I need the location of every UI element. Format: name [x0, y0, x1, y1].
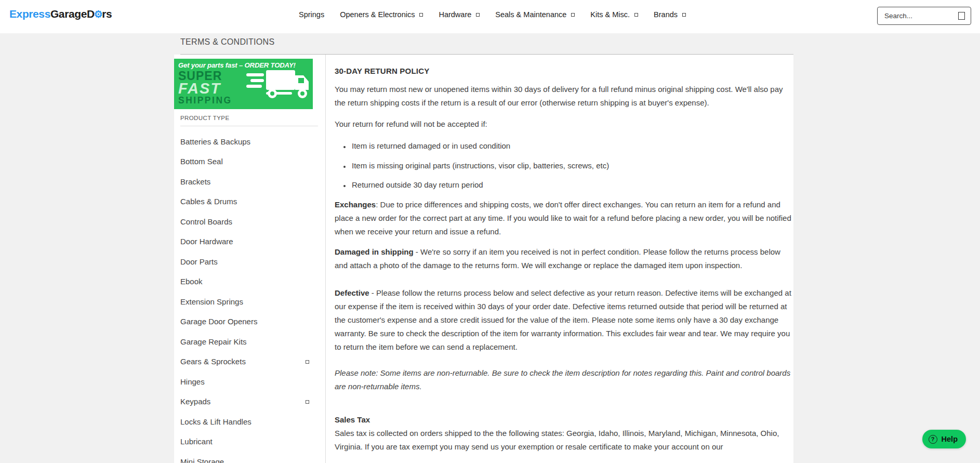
expand-icon[interactable] [306, 360, 309, 364]
sidebar-item-label: Gears & Sprockets [180, 357, 246, 366]
sidebar-item-cables-drums[interactable]: Cables & Drums [174, 192, 325, 212]
sidebar-item-label: Hinges [180, 377, 205, 386]
policy-content: 30-DAY RETURN POLICY You may return most… [326, 55, 793, 463]
sidebar-item-label: Door Hardware [180, 237, 233, 246]
logo-text-garaged: GarageD [50, 8, 95, 20]
product-type-label: PRODUCT TYPE [180, 115, 319, 121]
sidebar-item-door-hardware[interactable]: Door Hardware [174, 232, 325, 252]
nav-item-openers-electronics[interactable]: Openers & Electronics [340, 10, 423, 19]
dropdown-indicator-icon [419, 13, 423, 17]
sidebar-item-keypads[interactable]: Keypads [174, 392, 325, 412]
content-panel: Get your parts fast – ORDER TODAY! SUPER… [174, 55, 793, 463]
nav-item-kits-misc[interactable]: Kits & Misc. [590, 10, 638, 19]
page-title: TERMS & CONDITIONS [180, 37, 274, 47]
fast-shipping-banner: Get your parts fast – ORDER TODAY! SUPER… [174, 59, 313, 109]
sales-tax-heading: Sales Tax [335, 413, 791, 427]
help-button[interactable]: ? Help [922, 430, 966, 448]
sidebar-item-label: Door Parts [180, 257, 218, 266]
sales-tax-text: Sales tax is collected on orders shipped… [335, 429, 779, 451]
sidebar-item-door-parts[interactable]: Door Parts [174, 252, 325, 272]
refusal-item: Item is returned damaged or in used cond… [351, 139, 791, 153]
damaged-paragraph: Damaged in shipping - We're so sorry if … [335, 245, 791, 272]
sidebar-item-label: Locks & Lift Handles [180, 417, 251, 426]
help-button-label: Help [942, 435, 958, 443]
nav-label: Seals & Maintenance [495, 10, 566, 19]
sidebar-item-label: Cables & Drums [180, 197, 237, 206]
sidebar-item-label: Lubricant [180, 437, 213, 446]
sidebar-item-extension-springs[interactable]: Extension Springs [174, 292, 325, 312]
sidebar-item-label: Mini Storage [180, 457, 224, 463]
nav-label: Openers & Electronics [340, 10, 415, 19]
exchanges-lead: Exchanges [335, 200, 376, 209]
policy-intro-paragraph: You may return most new or unopened item… [335, 83, 791, 110]
nav-item-brands[interactable]: Brands [654, 10, 686, 19]
dropdown-indicator-icon [682, 13, 686, 17]
damaged-lead: Damaged in shipping [335, 247, 414, 256]
separator: - [369, 288, 376, 297]
search-icon[interactable] [958, 12, 965, 20]
sidebar: Get your parts fast – ORDER TODAY! SUPER… [174, 55, 326, 463]
dropdown-indicator-icon [634, 13, 638, 17]
nav-label: Brands [654, 10, 678, 19]
sidebar-item-label: Extension Springs [180, 297, 243, 306]
nav-item-springs[interactable]: Springs [299, 10, 324, 19]
nav-item-hardware[interactable]: Hardware [439, 10, 480, 19]
logo-text-rs: rs [102, 8, 112, 20]
sidebar-item-ebook[interactable]: Ebook [174, 272, 325, 292]
refusal-item: Item is missing original parts (instruct… [351, 159, 791, 173]
refusal-item: Returned outside 30 day return period [351, 178, 791, 192]
defective-paragraph: Defective - Please follow the returns pr… [335, 286, 791, 354]
main-nav: Springs Openers & Electronics Hardware S… [299, 0, 686, 29]
refusal-list: Item is returned damaged or in used cond… [335, 139, 791, 192]
logo-text-express: Express [9, 8, 50, 20]
product-type-list: Batteries & Backups Bottom Seal Brackets… [174, 131, 325, 463]
sidebar-item-garage-repair-kits[interactable]: Garage Repair Kits [174, 332, 325, 352]
search-input[interactable] [883, 11, 958, 20]
sidebar-item-label: Ebook [180, 277, 203, 286]
site-logo[interactable]: ExpressGarageD⚙rs [9, 7, 112, 21]
banner-tagline: Get your parts fast – ORDER TODAY! [178, 61, 309, 69]
defective-lead: Defective [335, 288, 369, 297]
sales-tax-paragraph: Sales TaxSales tax is collected on order… [335, 413, 791, 454]
sidebar-item-batteries-backups[interactable]: Batteries & Backups [174, 131, 325, 152]
sidebar-item-lubricant[interactable]: Lubricant [174, 432, 325, 452]
sidebar-item-gears-sprockets[interactable]: Gears & Sprockets [174, 352, 325, 372]
delivery-truck-icon [245, 69, 312, 99]
sidebar-item-label: Bottom Seal [180, 157, 223, 166]
sidebar-item-label: Garage Repair Kits [180, 337, 247, 346]
defective-text: Please follow the returns process below … [335, 288, 791, 351]
exchanges-text: Due to price differences and shipping co… [335, 200, 791, 236]
dropdown-indicator-icon [476, 13, 480, 17]
nav-label: Springs [299, 10, 324, 19]
nav-item-seals-maintenance[interactable]: Seals & Maintenance [495, 10, 575, 19]
sidebar-item-locks-lift-handles[interactable]: Locks & Lift Handles [174, 412, 325, 432]
sidebar-item-brackets[interactable]: Brackets [174, 171, 325, 192]
gear-icon: ⚙ [94, 9, 103, 19]
search-box [877, 7, 971, 25]
policy-heading: 30-DAY RETURN POLICY [335, 67, 791, 75]
sidebar-item-label: Control Boards [180, 217, 232, 226]
sidebar-item-hinges[interactable]: Hinges [174, 372, 325, 392]
separator: : [376, 200, 380, 209]
nav-label: Kits & Misc. [590, 10, 630, 19]
dropdown-indicator-icon [571, 13, 575, 17]
nav-label: Hardware [439, 10, 471, 19]
separator: - [414, 247, 420, 256]
sidebar-item-label: Garage Door Openers [180, 317, 257, 326]
sidebar-item-mini-storage[interactable]: Mini Storage [174, 452, 325, 463]
sidebar-item-garage-door-openers[interactable]: Garage Door Openers [174, 312, 325, 332]
product-type-divider [180, 126, 318, 126]
sidebar-item-label: Brackets [180, 177, 210, 186]
sidebar-item-control-boards[interactable]: Control Boards [174, 211, 325, 232]
expand-icon[interactable] [306, 400, 309, 404]
sidebar-item-bottom-seal[interactable]: Bottom Seal [174, 152, 325, 172]
top-header: ExpressGarageD⚙rs Springs Openers & Elec… [0, 0, 980, 33]
refusal-intro: Your return for refund will not be accep… [335, 117, 791, 131]
non-returnable-note: Please note: Some items are non-returnab… [335, 366, 791, 393]
question-mark-icon: ? [929, 435, 937, 444]
exchanges-paragraph: Exchanges: Due to price differences and … [335, 198, 791, 239]
sidebar-item-label: Keypads [180, 397, 210, 406]
sidebar-item-label: Batteries & Backups [180, 137, 250, 146]
